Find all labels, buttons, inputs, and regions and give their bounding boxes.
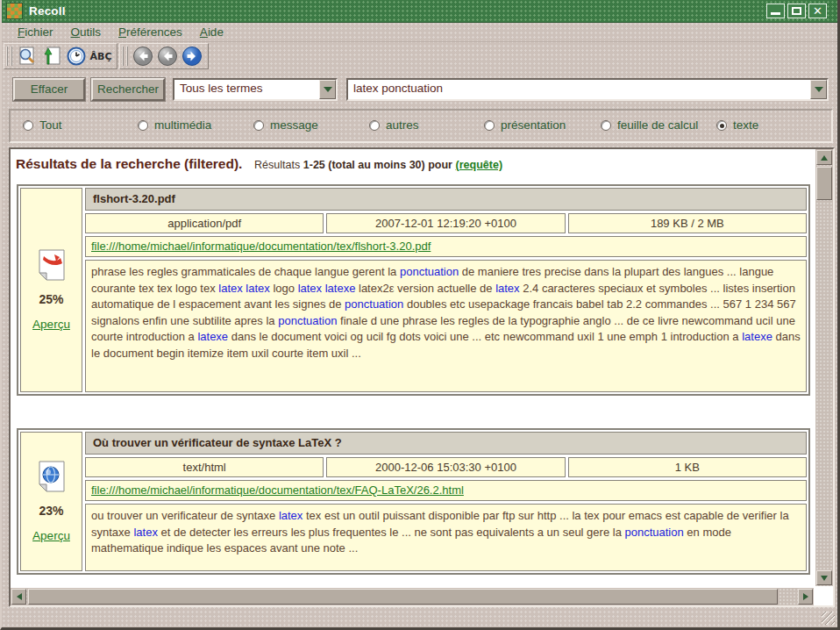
vertical-scrollbar[interactable] <box>815 149 833 586</box>
query-link[interactable]: (requête) <box>456 159 502 171</box>
title-bar: Recoll ✕ <box>2 0 837 23</box>
mime-type: application/pdf <box>85 213 324 233</box>
resize-grip[interactable] <box>822 612 835 625</box>
toolbar-handle[interactable] <box>122 47 128 66</box>
result-item-2: 23% Aperçu Où trouver un vérificateur de… <box>17 428 810 575</box>
radio-label: multimédia <box>154 118 211 132</box>
query-combobox[interactable]: latex ponctuation <box>346 78 829 101</box>
radio-icon <box>138 120 148 131</box>
scroll-up-button[interactable] <box>816 150 832 165</box>
maximize-button[interactable] <box>787 4 806 18</box>
relevance-percent: 23% <box>39 504 63 518</box>
radio-label: Tout <box>39 118 62 132</box>
result-url-row: file:///home/michael/informatique/docume… <box>85 236 807 257</box>
category-filter-panel: Tout multimédia message autres présentat… <box>9 109 833 143</box>
toolbar-handle[interactable] <box>6 47 12 66</box>
filter-radio-tout[interactable]: Tout <box>23 118 62 132</box>
mime-type: text/html <box>85 457 324 477</box>
radio-label: texte <box>733 118 758 132</box>
document-search-icon <box>17 46 38 67</box>
chevron-down-icon <box>815 87 823 92</box>
results-header: Résultats de la recherche (filtered). Ré… <box>16 156 814 172</box>
radio-label: présentation <box>501 118 566 132</box>
filter-radio-texte[interactable]: texte <box>716 118 758 132</box>
results-frame: Résultats de la recherche (filtered). Ré… <box>9 147 835 607</box>
spelling-abc-icon: ÂBÇ <box>90 51 112 62</box>
prev-page-button[interactable] <box>155 45 180 68</box>
filter-radio-multimedia[interactable]: multimédia <box>138 118 211 132</box>
menu-fichier[interactable]: Fichier <box>9 24 62 41</box>
search-type-dropdown-button[interactable] <box>319 80 336 99</box>
result-1-main: flshort-3.20.pdf application/pdf 2007-12… <box>85 188 807 392</box>
result-snippet: phrase les regles grammaticales de chaqu… <box>85 260 807 392</box>
first-page-button[interactable] <box>131 45 155 68</box>
query-dropdown-button[interactable] <box>810 80 827 99</box>
result-2-main: Où trouver un vérificateur de syntaxe La… <box>85 432 807 571</box>
result-url-link[interactable]: file:///home/michael/informatique/docume… <box>91 240 431 253</box>
pdf-file-icon <box>37 249 67 281</box>
result-item-1: 25% Aperçu flshort-3.20.pdf application/… <box>17 184 810 396</box>
result-1-side-panel: 25% Aperçu <box>20 188 82 392</box>
preview-link[interactable]: Aperçu <box>32 318 70 331</box>
results-list: Résultats de la recherche (filtered). Ré… <box>11 149 814 586</box>
toolbar-group-nav <box>119 43 209 69</box>
close-button[interactable]: ✕ <box>808 4 827 18</box>
results-count-prefix: Résultats <box>254 159 300 171</box>
radio-icon <box>369 120 380 131</box>
vertical-scrollbar-thumb[interactable] <box>816 167 832 200</box>
horizontal-scrollbar-thumb[interactable] <box>28 589 778 605</box>
menu-outils[interactable]: Outils <box>62 24 110 41</box>
radio-label: message <box>270 118 318 132</box>
search-button[interactable]: Rechercher <box>91 78 165 101</box>
query-input-value: latex ponctuation <box>353 82 443 95</box>
clock-icon <box>66 46 87 67</box>
menu-aide[interactable]: Aide <box>191 24 232 41</box>
filter-radio-feuille-de-calcul[interactable]: feuille de calcul <box>601 118 698 132</box>
radio-icon <box>23 120 33 131</box>
term-explorer-button[interactable]: ÂBÇ <box>89 45 113 68</box>
result-2-side-panel: 23% Aperçu <box>20 432 82 571</box>
recoll-app-icon <box>7 4 22 18</box>
document-sort-icon <box>41 46 62 67</box>
new-search-button[interactable] <box>15 45 39 68</box>
scroll-down-button[interactable] <box>816 570 832 585</box>
menu-preferences[interactable]: Préférences <box>110 24 191 41</box>
result-meta-row: application/pdf 2007-12-01 12:19:20 +010… <box>85 213 807 233</box>
file-size: 189 KB / 2 MB <box>568 213 807 233</box>
maximize-icon <box>792 7 801 15</box>
close-icon: ✕ <box>809 4 826 18</box>
result-title: flshort-3.20.pdf <box>85 188 807 211</box>
minimize-icon <box>771 12 780 15</box>
status-bar <box>2 607 837 627</box>
radio-icon <box>716 120 727 131</box>
next-page-button[interactable] <box>180 45 204 68</box>
toolbar: ÂBÇ <box>2 42 837 70</box>
history-button[interactable] <box>64 45 89 68</box>
result-url-link[interactable]: file:///home/michael/informatique/docume… <box>91 483 464 497</box>
relevance-percent: 25% <box>39 292 63 306</box>
radio-icon <box>601 120 611 131</box>
arrow-right-blue-icon <box>182 46 203 67</box>
filter-radio-autres[interactable]: autres <box>369 118 419 132</box>
search-type-combobox[interactable]: Tous les termes <box>173 78 338 101</box>
results-range: 1-25 (total au moins 30) pour <box>303 159 452 171</box>
filter-radio-presentation[interactable]: présentation <box>484 118 566 132</box>
modified-date: 2000-12-06 15:03:30 +0100 <box>326 457 565 477</box>
modified-date: 2007-12-01 12:19:20 +0100 <box>326 213 565 233</box>
window-title: Recoll <box>29 4 66 18</box>
scroll-right-button[interactable] <box>798 589 813 605</box>
minimize-button[interactable] <box>766 4 785 18</box>
arrow-left-gray-icon <box>157 46 178 67</box>
menu-bar: Fichier Outils Préférences Aide <box>2 23 837 42</box>
scroll-left-button[interactable] <box>11 589 26 605</box>
preview-link[interactable]: Aperçu <box>32 529 70 542</box>
file-size: 1 KB <box>568 457 807 477</box>
horizontal-scrollbar[interactable] <box>11 588 814 605</box>
filter-radio-message[interactable]: message <box>253 118 318 132</box>
sort-params-button[interactable] <box>39 45 64 68</box>
result-url-row: file:///home/michael/informatique/docume… <box>85 480 807 501</box>
radio-icon <box>253 120 264 131</box>
search-type-value: Tous les termes <box>180 82 263 95</box>
clear-button[interactable]: Effacer <box>13 78 85 101</box>
triangle-right-icon <box>803 593 808 600</box>
